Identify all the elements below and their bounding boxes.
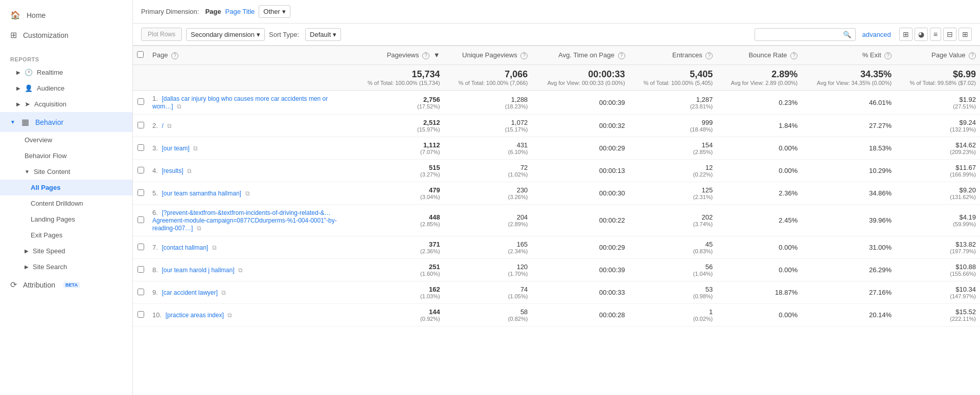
summary-bounce-rate-cell: 2.89% Avg for View: 2.89 (0.00%) — [717, 65, 802, 91]
sidebar-item-home[interactable]: 🏠 Home — [0, 5, 132, 25]
row-entrances-cell-0: 1,287 (23.81%) — [629, 91, 717, 115]
row-bounce-rate-cell-9: 0.00% — [717, 304, 802, 326]
row-page-link-8[interactable]: [car accident lawyer] — [162, 289, 217, 296]
row-unique-pageviews-cell-9: 58 (0.82%) — [444, 304, 532, 326]
row-page-link-6[interactable]: [contact hallman] — [162, 244, 208, 251]
table-row: 10. [practice areas index] ⧉ 144 (0.92%)… — [133, 304, 980, 326]
summary-row: 15,734 % of Total: 100.00% (15,734) 7,06… — [133, 65, 980, 91]
sidebar-item-customization[interactable]: ⊞ Customization — [0, 25, 132, 45]
row-page-value-cell-5: $4.19 (59.99%) — [896, 205, 980, 236]
advanced-link[interactable]: advanced — [862, 31, 891, 38]
pie-view-button[interactable]: ◕ — [915, 28, 928, 41]
search-input[interactable] — [759, 31, 841, 38]
row-entrances-cell-4: 125 (2.31%) — [629, 182, 717, 205]
page-header-label: Page — [152, 51, 168, 59]
row-checkbox-9[interactable] — [138, 311, 144, 318]
row-checkbox-7[interactable] — [138, 266, 144, 273]
sidebar-item-behavior-flow[interactable]: Behavior Flow — [0, 148, 132, 164]
search-icon[interactable]: 🔍 — [843, 31, 851, 38]
row-checkbox-4[interactable] — [138, 189, 144, 196]
row-unique-pageviews-cell-7: 120 (1.70%) — [444, 259, 532, 281]
row-page-link-4[interactable]: [our team samantha hallman] — [162, 190, 241, 197]
row-avg-time-cell-0: 00:00:39 — [532, 91, 629, 115]
secondary-dimension-dropdown[interactable]: Secondary dimension ▾ — [186, 28, 265, 41]
page-value-help-icon[interactable]: ? — [969, 52, 976, 59]
row-checkbox-0[interactable] — [138, 98, 144, 105]
sidebar-item-content-drilldown[interactable]: Content Drilldown — [0, 195, 132, 211]
row-page-value-cell-0: $1.92 (27.51%) — [896, 91, 980, 115]
row-entrances-cell-5: 202 (3.74%) — [629, 205, 717, 236]
row-checkbox-3[interactable] — [138, 167, 144, 173]
avg-time-header-label: Avg. Time on Page — [558, 51, 614, 59]
row-page-link-1[interactable]: / — [162, 122, 163, 129]
unique-pageviews-header-label: Unique Pageviews — [462, 51, 517, 59]
sidebar-item-site-search[interactable]: ▶ Site Search — [0, 259, 132, 275]
unique-pageviews-help-icon[interactable]: ? — [520, 52, 528, 59]
row-checkbox-1[interactable] — [138, 122, 144, 128]
page-dimension-link[interactable]: Page — [205, 8, 221, 15]
copy-icon-9[interactable]: ⧉ — [227, 312, 232, 319]
sort-dropdown-arrow-icon: ▾ — [333, 31, 336, 38]
copy-icon-5[interactable]: ⧉ — [197, 225, 201, 232]
select-all-checkbox[interactable] — [137, 51, 144, 58]
copy-icon-2[interactable]: ⧉ — [193, 145, 198, 152]
sidebar-item-realtime[interactable]: ▶ 🕐 Realtime — [0, 64, 132, 80]
row-checkbox-2[interactable] — [138, 144, 144, 151]
row-checkbox-cell-3 — [133, 160, 148, 182]
sort-type-dropdown[interactable]: Default ▾ — [305, 28, 341, 41]
row-page-link-7[interactable]: [our team harold j hallman] — [162, 267, 234, 274]
avg-time-help-icon[interactable]: ? — [618, 52, 625, 59]
page-title-dimension-link[interactable]: Page Title — [225, 8, 255, 15]
row-bounce-rate-cell-7: 0.00% — [717, 259, 802, 281]
copy-icon-1[interactable]: ⧉ — [167, 122, 172, 129]
plot-rows-button[interactable]: Plot Rows — [141, 28, 182, 41]
bar-view-button[interactable]: ≡ — [930, 28, 941, 41]
sidebar-item-audience[interactable]: ▶ 👤 Audience — [0, 80, 132, 96]
sidebar-item-all-pages[interactable]: All Pages — [0, 180, 132, 195]
copy-icon-8[interactable]: ⧉ — [221, 289, 226, 296]
row-unique-pageviews-cell-6: 165 (2.34%) — [444, 236, 532, 259]
copy-icon-3[interactable]: ⧉ — [187, 167, 192, 174]
copy-icon-6[interactable]: ⧉ — [212, 244, 217, 251]
row-checkbox-5[interactable] — [138, 216, 144, 223]
row-page-link-5[interactable]: [?prevent-&textfrom-&textfrom-incidents-… — [152, 209, 337, 232]
row-pct-exit-cell-7: 26.29% — [802, 259, 896, 281]
sidebar-attribution-label: Attribution — [23, 281, 55, 289]
row-bounce-rate-cell-2: 0.00% — [717, 137, 802, 160]
row-checkbox-8[interactable] — [138, 289, 144, 295]
sidebar-item-site-speed[interactable]: ▶ Site Speed — [0, 243, 132, 259]
sort-type-label: Sort Type: — [269, 31, 299, 38]
pct-exit-help-icon[interactable]: ? — [884, 52, 892, 59]
copy-icon-0[interactable]: ⧉ — [177, 103, 181, 110]
row-entrances-cell-2: 154 (2.85%) — [629, 137, 717, 160]
row-page-link-9[interactable]: [practice areas index] — [166, 312, 224, 319]
row-page-link-2[interactable]: [our team] — [162, 145, 189, 152]
compare-view-button[interactable]: ⊟ — [943, 28, 956, 41]
sidebar-item-exit-pages[interactable]: Exit Pages — [0, 227, 132, 243]
row-pct-exit-cell-0: 46.01% — [802, 91, 896, 115]
summary-pct-exit-cell: 34.35% Avg for View: 34.35% (0.00%) — [802, 65, 896, 91]
chevron-right-icon4: ▶ — [25, 248, 29, 254]
row-checkbox-6[interactable] — [138, 244, 144, 250]
copy-icon-7[interactable]: ⧉ — [238, 267, 243, 274]
entrances-help-icon[interactable]: ? — [705, 52, 713, 59]
sidebar-item-behavior[interactable]: ▼ ▦ Behavior — [0, 112, 132, 132]
row-unique-pageviews-cell-5: 204 (2.89%) — [444, 205, 532, 236]
data-table: Page ? Pageviews ? ▼ Unique Pageviews ? … — [133, 46, 980, 326]
sidebar-item-attribution[interactable]: ⟳ Attribution BETA — [0, 275, 132, 295]
entrances-column-header: Entrances ? — [629, 46, 717, 65]
pivot-view-button[interactable]: ⊞ — [959, 28, 972, 41]
bounce-rate-help-icon[interactable]: ? — [790, 52, 797, 59]
sidebar-item-acquisition[interactable]: ▶ ➤ Acquisition — [0, 96, 132, 112]
sidebar-audience-label: Audience — [37, 84, 64, 92]
row-pageviews-cell-6: 371 (2.36%) — [353, 236, 444, 259]
grid-view-button[interactable]: ⊞ — [899, 28, 913, 41]
other-dimension-dropdown[interactable]: Other ▾ — [259, 5, 290, 18]
copy-icon-4[interactable]: ⧉ — [245, 190, 250, 197]
sidebar-item-overview[interactable]: Overview — [0, 132, 132, 148]
pageviews-help-icon[interactable]: ? — [422, 52, 429, 59]
row-page-link-3[interactable]: [results] — [162, 167, 183, 174]
sidebar-item-landing-pages[interactable]: Landing Pages — [0, 211, 132, 227]
page-help-icon[interactable]: ? — [171, 52, 178, 59]
sidebar-item-site-content[interactable]: ▼ Site Content — [0, 164, 132, 180]
